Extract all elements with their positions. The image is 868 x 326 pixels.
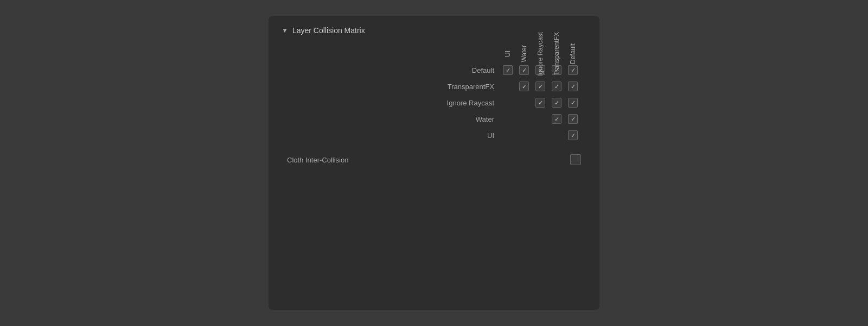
checkbox-default-default[interactable]: ✓ [568, 65, 578, 75]
col-header-transparentfx: TransparentFX [548, 46, 565, 62]
col-header-ignore-raycast: Ignore Raycast [532, 46, 548, 62]
row-label-water: Water [407, 115, 500, 123]
panel-title: Layer Collision Matrix [292, 26, 365, 35]
checkbox-default-ui[interactable]: ✓ [503, 65, 513, 75]
cell-ui-transparentfx [548, 127, 565, 143]
cloth-checkbox[interactable] [570, 154, 581, 165]
column-headers-row: UI Water Ignore Raycast TransparentFX De… [407, 46, 581, 62]
row-label-ignoreraycast: Ignore Raycast [407, 99, 500, 107]
checkbox-ui-default[interactable]: ✓ [568, 130, 578, 140]
cell-ui-default: ✓ [565, 127, 581, 143]
cell-default-default: ✓ [565, 62, 581, 78]
cloth-inter-collision-section: Cloth Inter-Collision [287, 150, 581, 165]
table-row: TransparentFX ✓ ✓ ✓ ✓ [407, 78, 581, 95]
checkbox-ir-transparentfx[interactable]: ✓ [552, 98, 561, 108]
table-row: Ignore Raycast ✓ ✓ ✓ [407, 95, 581, 111]
col-header-default: Default [565, 46, 581, 62]
collapse-arrow-icon[interactable]: ▼ [282, 27, 288, 34]
cell-water-default: ✓ [565, 111, 581, 127]
cell-ir-transparentfx: ✓ [548, 95, 565, 111]
row-label-transparentfx: TransparentFX [407, 83, 500, 91]
checkbox-default-water[interactable]: ✓ [519, 65, 529, 75]
checkbox-tfx-transparentfx[interactable]: ✓ [552, 82, 561, 91]
table-row: UI ✓ [407, 127, 581, 143]
cell-water-transparentfx: ✓ [548, 111, 565, 127]
cell-tfx-transparentfx: ✓ [548, 78, 565, 95]
cloth-label: Cloth Inter-Collision [287, 156, 348, 164]
cell-ui-water [516, 127, 532, 143]
checkbox-water-default[interactable]: ✓ [568, 114, 578, 124]
cell-water-water [516, 111, 532, 127]
layer-collision-panel: ▼ Layer Collision Matrix UI Water Ignore… [269, 16, 599, 310]
cell-tfx-ignoreraycast: ✓ [532, 78, 548, 95]
cell-tfx-water: ✓ [516, 78, 532, 95]
full-matrix: UI Water Ignore Raycast TransparentFX De… [287, 46, 581, 143]
checkbox-tfx-water[interactable]: ✓ [519, 82, 529, 91]
cell-tfx-ui [500, 78, 516, 95]
cell-default-water: ✓ [516, 62, 532, 78]
checkbox-water-transparentfx[interactable]: ✓ [552, 114, 561, 124]
cell-ir-ui [500, 95, 516, 111]
cell-ui-ignoreraycast [532, 127, 548, 143]
cell-water-ui [500, 111, 516, 127]
cell-tfx-default: ✓ [565, 78, 581, 95]
row-label-ui: UI [407, 131, 500, 140]
col-header-ui: UI [500, 46, 516, 62]
cell-water-ignoreraycast [532, 111, 548, 127]
checkbox-tfx-default[interactable]: ✓ [568, 82, 578, 91]
row-label-default: Default [407, 66, 500, 74]
cell-default-ui: ✓ [500, 62, 516, 78]
cell-ir-water [516, 95, 532, 111]
cell-ir-ignoreraycast: ✓ [532, 95, 548, 111]
checkbox-ir-default[interactable]: ✓ [568, 98, 578, 108]
cell-ui-ui [500, 127, 516, 143]
col-header-water: Water [516, 46, 532, 62]
checkbox-tfx-ignoreraycast[interactable]: ✓ [535, 82, 545, 91]
table-row: Water ✓ ✓ [407, 111, 581, 127]
cell-ir-default: ✓ [565, 95, 581, 111]
matrix-container: UI Water Ignore Raycast TransparentFX De… [282, 46, 586, 165]
checkbox-ir-ignoreraycast[interactable]: ✓ [535, 98, 545, 108]
